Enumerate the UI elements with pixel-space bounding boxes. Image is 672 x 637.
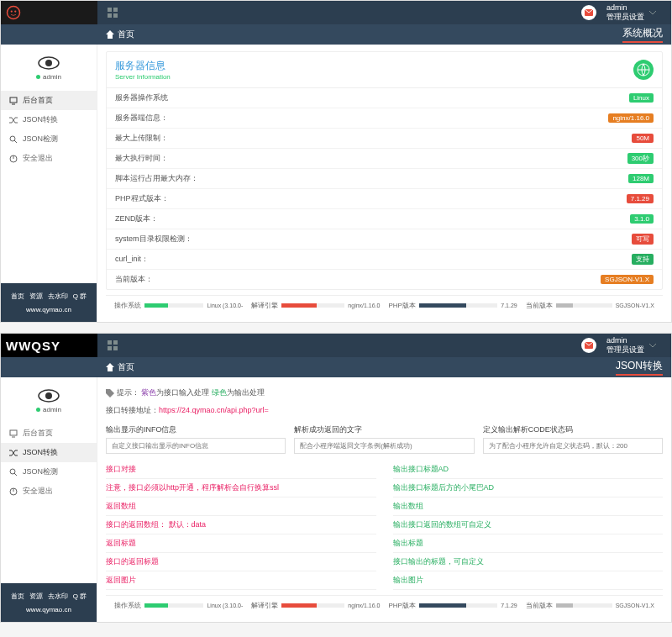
power-icon — [9, 487, 18, 496]
footer-link[interactable]: 资源 — [29, 592, 43, 601]
grid-toggle-icon[interactable] — [104, 337, 121, 354]
svg-rect-10 — [10, 97, 17, 103]
server-info-card: 服务器信息 Server Information 服务器操作系统Linux服务器… — [106, 51, 663, 290]
info-row: 服务器操作系统Linux — [107, 88, 662, 108]
stat-item: 解译引擎nginx/1.16.0 — [251, 301, 380, 310]
stat-item: PHP版本7.1.29 — [389, 601, 517, 610]
sidebar-avatar: admin — [1, 45, 97, 84]
svg-rect-18 — [113, 340, 118, 345]
info-row: 服务器端信息：nginx/1.16.0 — [107, 108, 662, 129]
user-name: admin — [606, 3, 644, 13]
field-label: 返回图片 — [106, 571, 376, 590]
svg-rect-5 — [108, 13, 112, 18]
site-url[interactable]: www.qymao.cn — [6, 306, 92, 313]
stat-item: 解译引擎nginx/1.16.0 — [251, 601, 380, 610]
status-badge: SGJSON-V1.X — [601, 275, 654, 284]
sidebar-item-shuffle[interactable]: JSON转换 — [1, 443, 97, 462]
text-input[interactable] — [106, 438, 286, 454]
topbar: WWQSY admin 管理员设置 — [1, 334, 671, 357]
breadcrumb-bar: 首页 JSON转换 — [1, 357, 671, 377]
chevron-down-icon — [649, 11, 656, 15]
text-input[interactable] — [294, 438, 474, 454]
status-badge: 3.1.0 — [630, 214, 654, 224]
field-label: 输出图片 — [393, 571, 664, 590]
status-badge: 7.1.29 — [627, 194, 654, 203]
info-row: ZEND版本：3.1.0 — [107, 209, 662, 229]
home-link[interactable]: 首页 — [106, 361, 134, 373]
mail-button[interactable] — [581, 338, 596, 353]
home-link[interactable]: 首页 — [106, 29, 134, 40]
sidebar-item-monitor[interactable]: 后台首页 — [1, 91, 97, 110]
interface-url[interactable]: https://24.qymao.cn/api.php?url= — [159, 406, 269, 414]
field-label: 接口对接 — [106, 461, 376, 479]
info-row: curl_init：支持 — [107, 250, 662, 270]
sidebar-avatar: admin — [1, 377, 97, 417]
field-label: 返回标题 — [106, 534, 376, 553]
sidebar-footer: 首页资源去水印Q 群 www.qymao.cn — [1, 583, 97, 622]
sidebar-item-search[interactable]: JSON检测 — [1, 129, 97, 149]
shuffle-icon — [9, 449, 18, 457]
panel-system-overview: admin 管理员设置 首页 系统概况 admin 后台首页JSON转换JSON… — [0, 0, 672, 323]
monitor-icon — [9, 429, 18, 438]
footer-link[interactable]: 资源 — [29, 292, 43, 301]
info-row: 当前版本：SGJSON-V1.X — [107, 270, 662, 289]
field-label: 接口输出的标题，可自定义 — [393, 553, 664, 571]
status-badge: 128M — [628, 174, 654, 183]
logo[interactable] — [1, 1, 97, 24]
stat-item: 操作系统Linux (3.10.0- — [114, 301, 243, 310]
card-subtitle: Server Information — [115, 73, 171, 81]
page-title: JSON转换 — [616, 359, 663, 376]
footer-link[interactable]: Q 群 — [73, 592, 87, 601]
mail-icon — [585, 9, 593, 16]
globe-icon — [633, 60, 654, 80]
mail-icon — [585, 342, 593, 349]
logo[interactable]: WWQSY — [1, 334, 97, 357]
user-role: 管理员设置 — [606, 345, 644, 355]
svg-line-27 — [14, 473, 17, 476]
svg-rect-6 — [113, 13, 118, 18]
field-label: 输出标题 — [393, 534, 664, 553]
info-row: system目录权限检测：可写 — [107, 229, 662, 250]
user-name: admin — [606, 336, 644, 345]
user-role: 管理员设置 — [606, 13, 644, 22]
grid-toggle-icon[interactable] — [104, 4, 121, 21]
svg-point-0 — [8, 7, 20, 19]
info-row: PHP程式版本：7.1.29 — [107, 189, 662, 209]
field-label: 返回数组 — [106, 497, 376, 516]
field-label: 输出数组 — [393, 497, 664, 516]
sidebar-item-power[interactable]: 安全退出 — [1, 482, 97, 501]
status-badge: 300秒 — [627, 153, 654, 164]
stat-item: 当前版本SGJSON-V1.X — [526, 301, 654, 310]
svg-point-2 — [14, 10, 16, 12]
svg-point-9 — [45, 60, 52, 66]
footer-link[interactable]: 首页 — [11, 292, 24, 301]
sidebar-item-power[interactable]: 安全退出 — [1, 149, 97, 168]
field-label: 注意，接口必须以http开通，程序解析会自行换算ssl — [106, 479, 376, 497]
status-badge: Linux — [629, 93, 654, 103]
user-menu[interactable]: admin 管理员设置 — [606, 336, 656, 355]
eye-icon — [38, 389, 60, 403]
footer-link[interactable]: Q 群 — [73, 292, 87, 301]
user-menu[interactable]: admin 管理员设置 — [606, 3, 656, 22]
eye-icon — [38, 56, 60, 70]
footer-link[interactable]: 去水印 — [48, 592, 68, 601]
mail-button[interactable] — [581, 5, 596, 20]
text-input[interactable] — [483, 438, 663, 454]
svg-rect-17 — [108, 340, 112, 345]
footer-link[interactable]: 首页 — [11, 592, 24, 601]
site-url[interactable]: www.qymao.cn — [6, 606, 92, 613]
sidebar-item-monitor[interactable]: 后台首页 — [1, 424, 97, 443]
svg-point-23 — [45, 392, 52, 399]
card-title: 服务器信息 — [115, 59, 171, 73]
svg-rect-4 — [113, 8, 118, 12]
sidebar-item-shuffle[interactable]: JSON转换 — [1, 110, 97, 129]
footer-link[interactable]: 去水印 — [48, 292, 68, 301]
stat-item: 当前版本SGJSON-V1.X — [526, 601, 654, 610]
search-icon — [9, 135, 18, 144]
field-label: 输出接口标题AD — [393, 461, 664, 479]
sidebar-item-search[interactable]: JSON检测 — [1, 462, 97, 482]
svg-rect-20 — [113, 346, 118, 350]
sidebar: admin 后台首页JSON转换JSON检测安全退出 首页资源去水印Q 群 ww… — [1, 377, 97, 622]
home-icon — [106, 30, 114, 39]
svg-rect-19 — [108, 346, 112, 350]
